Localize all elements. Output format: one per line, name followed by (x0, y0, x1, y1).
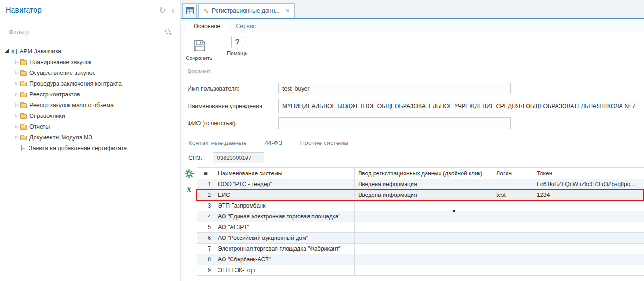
cell-login[interactable] (492, 265, 533, 276)
tree-item[interactable]: Заявка на добавление сертификата (5, 143, 180, 153)
cell-num[interactable]: 4 (197, 211, 214, 222)
close-icon[interactable]: × (286, 7, 289, 14)
cell-system[interactable]: АО "АГЗРТ" (214, 222, 355, 233)
tree-item[interactable]: ▷Реестр контрактов (5, 89, 180, 100)
cell-status[interactable] (355, 244, 492, 254)
tree-item[interactable]: ▷Отчеты (5, 121, 180, 132)
cell-system[interactable]: ЕИС (214, 190, 355, 201)
tab-home[interactable] (182, 3, 197, 18)
cell-num[interactable]: 3 (197, 201, 214, 211)
cell-token[interactable] (533, 233, 644, 244)
table-row[interactable]: 8АО "Сбербанк-АСТ" (197, 254, 644, 265)
expander-icon[interactable]: ▷ (14, 132, 20, 143)
tree-root-item[interactable]: АРМ Заказчика (5, 46, 180, 57)
cell-status[interactable] (355, 201, 492, 211)
filter-input[interactable] (5, 26, 175, 38)
cell-num[interactable]: 2 (197, 190, 214, 201)
collapse-panel-icon[interactable]: ‹ (171, 5, 174, 14)
cell-token[interactable] (533, 222, 644, 233)
cell-system[interactable]: АО "Единая электронная торговая площадка… (214, 211, 355, 222)
tab-registration-data[interactable]: ✎ Регистрационные данн... × (198, 3, 295, 18)
cell-num[interactable]: 7 (197, 244, 214, 254)
tree-item[interactable]: ▷Планирование закупок (5, 57, 180, 67)
cell-token[interactable] (533, 254, 644, 265)
cell-token[interactable]: 1234 (533, 190, 644, 201)
cell-system[interactable]: ЭТП Газпромбанк (214, 201, 355, 211)
cell-login[interactable] (492, 244, 533, 254)
cell-login[interactable] (492, 201, 533, 211)
expander-icon[interactable]: ▷ (14, 78, 20, 89)
settings-gear-icon[interactable] (185, 169, 194, 178)
ribbon-tab[interactable]: Сервис (228, 20, 263, 33)
cell-status[interactable] (355, 265, 492, 276)
section-tab[interactable]: 44-ФЗ (265, 139, 282, 146)
spz-field[interactable] (213, 152, 264, 163)
ribbon-tab[interactable]: Основное (186, 20, 228, 33)
cell-status[interactable] (355, 211, 492, 222)
help-button[interactable]: ? Помощь (222, 33, 252, 63)
expander-icon[interactable]: ▷ (14, 100, 20, 110)
cell-status[interactable] (355, 222, 492, 233)
expander-icon[interactable]: ▷ (14, 57, 20, 67)
cell-status[interactable] (355, 233, 492, 244)
tree-item[interactable]: ▷Справочники (5, 110, 180, 121)
column-header-token[interactable]: Токен (533, 168, 644, 179)
cell-status[interactable]: Введена информация (355, 179, 492, 190)
cell-login[interactable]: test (492, 190, 533, 201)
table-row[interactable]: 6АО "Российский аукционный дом" (197, 233, 644, 244)
section-tab[interactable]: Контактные данные (188, 139, 247, 146)
column-header-login[interactable]: Логин (492, 168, 533, 179)
systems-table: ≡ Наименование системы Ввод регистрацион… (197, 167, 644, 276)
cell-system[interactable]: Электронная торговая площадка "Фабрикант… (214, 244, 355, 254)
cell-status[interactable]: Введена информация (355, 190, 492, 201)
expander-icon[interactable]: ▷ (14, 110, 20, 121)
tree-item[interactable]: ▷Осуществление закупок (5, 67, 180, 78)
table-row[interactable]: 5АО "АГЗРТ" (197, 222, 644, 233)
cell-status[interactable] (355, 254, 492, 265)
document-icon (21, 145, 26, 151)
cell-login[interactable] (492, 179, 533, 190)
search-icon[interactable] (165, 29, 172, 36)
cell-num[interactable]: 8 (197, 254, 214, 265)
cell-token[interactable] (533, 244, 644, 254)
table-row[interactable]: 7Электронная торговая площадка "Фабрикан… (197, 244, 644, 254)
tree-item[interactable]: ▷Процедура заключения контракта (5, 78, 180, 89)
tree-item[interactable]: ▷Реестр закупок малого объема (5, 100, 180, 110)
table-row[interactable]: 1ООО "РТС - тендер"Введена информацияLo6… (197, 179, 644, 190)
cell-num[interactable]: 5 (197, 222, 214, 233)
row-menu-icon[interactable]: ≡ (197, 168, 214, 179)
organization-field[interactable] (278, 99, 640, 113)
cell-token[interactable] (533, 201, 644, 211)
column-header-status[interactable]: Ввод регистрационных данных (двойной кли… (355, 168, 492, 179)
cell-token[interactable] (533, 265, 644, 276)
cell-num[interactable]: 9 (197, 265, 214, 276)
table-row[interactable]: 9ЭТП ТЭК-Торг (197, 265, 644, 276)
cell-num[interactable]: 1 (197, 179, 214, 190)
table-row[interactable]: 3ЭТП Газпромбанк (197, 201, 644, 211)
column-header-system[interactable]: Наименование системы (214, 168, 355, 179)
cell-login[interactable] (492, 211, 533, 222)
expander-icon[interactable]: ▷ (14, 89, 20, 100)
cell-token[interactable]: Lo6TkiBZFQnWnZkc073uOZbsq0pq... (533, 179, 644, 190)
cell-login[interactable] (492, 233, 533, 244)
cell-login[interactable] (492, 254, 533, 265)
cell-system[interactable]: АО "Российский аукционный дом" (214, 233, 355, 244)
fio-field[interactable] (278, 117, 511, 129)
excel-export-icon[interactable]: X (186, 186, 192, 194)
cell-num[interactable]: 6 (197, 233, 214, 244)
username-field[interactable] (278, 83, 511, 94)
tree-item[interactable]: ▷Документы Модуля МЗ (5, 132, 180, 143)
cell-login[interactable] (492, 222, 533, 233)
expander-icon[interactable]: ▷ (14, 121, 20, 132)
save-button[interactable]: Сохранить (181, 36, 217, 66)
cell-system[interactable]: ООО "РТС - тендер" (214, 179, 355, 190)
cell-token[interactable] (533, 211, 644, 222)
expander-icon[interactable]: ▷ (14, 67, 20, 78)
cell-system[interactable]: ЭТП ТЭК-Торг (214, 265, 355, 276)
table-row[interactable]: 4АО "Единая электронная торговая площадк… (197, 211, 644, 222)
section-tab[interactable]: Прочие системы (300, 139, 348, 146)
expanded-arrow-icon[interactable] (5, 48, 9, 53)
refresh-icon[interactable]: ↻ (159, 7, 166, 14)
table-row[interactable]: 2ЕИСВведена информацияtest1234 (197, 190, 644, 201)
cell-system[interactable]: АО "Сбербанк-АСТ" (214, 254, 355, 265)
